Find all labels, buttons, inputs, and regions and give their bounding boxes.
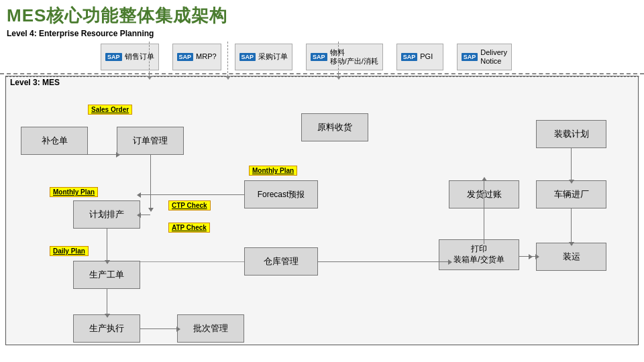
daily-plan-label[interactable]: Daily Plan: [50, 246, 89, 256]
sap-pgi-text: PGI: [420, 52, 433, 61]
sap-logo-4: SAP: [311, 53, 327, 61]
order-mgmt-box: 订单管理: [117, 127, 184, 155]
sap-logo-3: SAP: [239, 53, 256, 61]
sap-delivery-notice: SAP DeliveryNotice: [457, 44, 512, 70]
che-liang-box: 车辆进厂: [536, 180, 606, 208]
atp-check-label[interactable]: ATP Check: [168, 223, 210, 233]
arrow-zhixing-pici: [140, 328, 177, 329]
level4-label: Level 4: Enterprise Resource Planning: [0, 29, 644, 40]
sap-delivery-text: DeliveryNotice: [480, 48, 507, 66]
page-title: MES核心功能整体集成架构: [0, 0, 644, 29]
sap-material-move: SAP 物料移动/产出/消耗: [306, 44, 383, 70]
sap-mrp: SAP MRP?: [172, 44, 221, 70]
arrow-cangku-fahuo: [484, 180, 484, 244]
arrow-bucang-order: [88, 154, 117, 155]
arrow-cheliang-zhuangyun: [571, 208, 572, 243]
arrow-to-jihua: [140, 215, 150, 215]
sales-order-label[interactable]: Sales Order: [88, 105, 132, 115]
ctp-check-label[interactable]: CTP Check: [168, 200, 211, 210]
sap-mrp-text: MRP?: [196, 52, 217, 61]
cang-ku-box: 仓库管理: [244, 247, 318, 276]
sap-pgi: SAP PGI: [396, 44, 443, 70]
sap-purchase-text: 采购订单: [258, 52, 288, 61]
sap-logo-5: SAP: [401, 53, 418, 61]
arrow-cangku-right: [318, 261, 449, 262]
arrow-order-down: [150, 155, 151, 208]
sap-sales-order: SAP 销售订单: [101, 44, 159, 70]
ji-hua-box: 计划排产: [73, 200, 140, 229]
monthly-plan-label-1[interactable]: Monthly Plan: [249, 166, 297, 176]
dashed-top-line: [6, 76, 639, 77]
forecast-box: Forecast预报: [244, 180, 318, 208]
print-box-el: 打印装箱单/交货单: [439, 239, 519, 270]
monthly-plan-label-2[interactable]: Monthly Plan: [50, 187, 98, 197]
dashed-purchase-down: [338, 42, 339, 76]
sheng-chan-zhi-xing-box: 生产执行: [73, 314, 140, 343]
line-cangku-left: [140, 261, 244, 262]
sap-logo-6: SAP: [462, 53, 478, 61]
sap-purchase-order: SAP 采购订单: [235, 44, 293, 70]
dashed-mrp-down: [227, 42, 228, 76]
yuan-liao-box: 原料收货: [301, 113, 368, 141]
bu-cang-dan-box: 补仓单: [21, 127, 88, 155]
sheng-chan-gong-dan-box: 生产工单: [73, 261, 140, 289]
arrow-forecast-jihua: [140, 194, 244, 195]
arrow-jihua-gongdan: [107, 229, 107, 261]
dashed-sales-down: [149, 42, 150, 76]
arrow-zhuangzai-cheliang: [571, 148, 572, 180]
arrow-print-zhuangyun: [519, 256, 536, 257]
mes-label: Level 3: MES: [6, 76, 638, 88]
sap-logo-1: SAP: [105, 53, 122, 61]
erp-row: SAP 销售订单 SAP MRP? SAP 采购订单 SAP 物料移动/产出/消…: [0, 40, 644, 74]
arrow-gongdan-zhixing: [107, 289, 107, 314]
zhuang-zai-box: 装载计划: [536, 120, 606, 148]
pi-ci-box: 批次管理: [177, 314, 244, 343]
sap-material-text: 物料移动/产出/消耗: [330, 48, 378, 66]
mes-container: Level 3: MES 补仓单 订单管理 原料收货 Forecast预报 计划…: [5, 76, 639, 345]
sap-logo-2: SAP: [177, 53, 194, 61]
zhuang-yun-box: 装运: [536, 243, 606, 271]
